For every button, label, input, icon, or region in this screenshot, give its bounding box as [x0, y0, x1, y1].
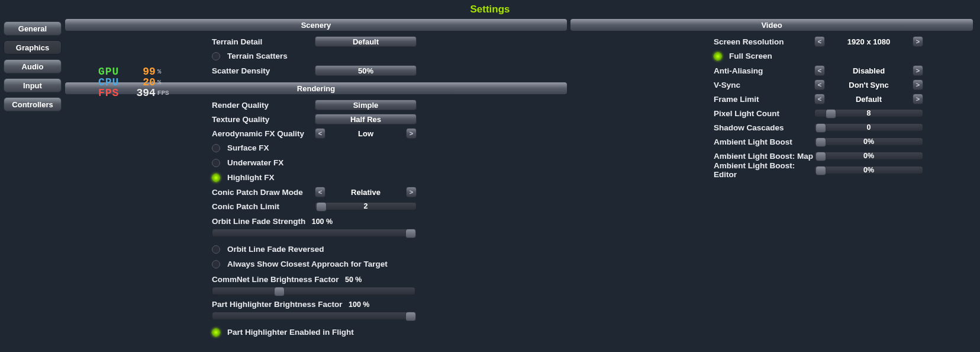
- framelimit-selector: < Default >: [814, 94, 923, 104]
- texture-quality-dropdown[interactable]: Half Res: [315, 114, 417, 124]
- nav-audio[interactable]: Audio: [4, 59, 62, 73]
- pixel-light-slider[interactable]: 8: [814, 109, 923, 117]
- shadow-cascades-label: Shadow Cascades: [714, 123, 814, 132]
- amb-boost-editor-value: 0%: [815, 167, 923, 174]
- part-highlight-slider[interactable]: [212, 312, 415, 320]
- vsync-selector: < Don't Sync >: [814, 79, 923, 90]
- conic-draw-value: Relative: [325, 187, 406, 197]
- nav-graphics[interactable]: Graphics: [4, 40, 62, 55]
- commnet-value: 50 %: [345, 276, 362, 284]
- framelimit-prev[interactable]: <: [814, 94, 825, 104]
- gpu-label: GPU: [98, 66, 123, 77]
- render-quality-label: Render Quality: [212, 101, 315, 110]
- terrain-scatters-toggle[interactable]: [212, 52, 220, 60]
- gpu-value: 99: [130, 66, 156, 77]
- vsync-value: Don't Sync: [825, 79, 913, 90]
- section-rendering: Render Quality Simple Texture Quality Ha…: [65, 98, 567, 344]
- vsync-prev[interactable]: <: [814, 79, 825, 90]
- fps-label: FPS: [98, 88, 123, 98]
- part-highlight-flight-label: Part Highlighter Enabled in Flight: [227, 328, 354, 337]
- conic-draw-label: Conic Patch Draw Mode: [212, 188, 315, 197]
- vsync-next[interactable]: >: [913, 79, 923, 90]
- right-column: Video Screen Resolution < 1920 x 1080 > …: [570, 19, 973, 344]
- cpu-label: CPU: [98, 77, 123, 88]
- cpu-value: 20: [130, 77, 156, 88]
- conic-limit-slider[interactable]: 2: [315, 202, 417, 210]
- orbit-fade-reversed-toggle[interactable]: [212, 245, 220, 254]
- highlight-fx-toggle[interactable]: [212, 174, 220, 182]
- cpu-unit: %: [157, 79, 162, 86]
- page-title: Settings: [0, 0, 980, 19]
- aero-fx-next[interactable]: >: [406, 128, 417, 139]
- surface-fx-toggle[interactable]: [212, 144, 220, 152]
- pixel-light-value: 8: [815, 110, 923, 117]
- scatter-density-label: Scatter Density: [212, 66, 315, 75]
- amb-boost-label: Ambient Light Boost: [714, 137, 814, 146]
- framelimit-value: Default: [825, 94, 913, 104]
- amb-boost-value: 0%: [815, 138, 923, 145]
- highlight-fx-label: Highlight FX: [227, 173, 274, 182]
- orbit-fade-slider[interactable]: [212, 229, 415, 237]
- resolution-next[interactable]: >: [913, 36, 923, 47]
- terrain-scatters-label: Terrain Scatters: [227, 52, 288, 60]
- resolution-label: Screen Resolution: [714, 37, 814, 46]
- fps-unit: FPS: [157, 89, 169, 97]
- scatter-density-value[interactable]: 50%: [315, 65, 417, 76]
- amb-boost-slider[interactable]: 0%: [814, 137, 923, 146]
- aero-fx-label: Aerodynamic FX Quality: [212, 129, 315, 138]
- orbit-fade-label: Orbit Line Fade Strength: [212, 217, 305, 226]
- conic-draw-prev[interactable]: <: [315, 187, 325, 197]
- sidebar: General Graphics Audio Input Controllers: [4, 19, 62, 344]
- texture-quality-label: Texture Quality: [212, 115, 315, 124]
- underwater-fx-toggle[interactable]: [212, 159, 220, 167]
- underwater-fx-label: Underwater FX: [227, 158, 283, 167]
- part-highlight-value: 100 %: [349, 300, 369, 309]
- conic-draw-selector: < Relative >: [315, 187, 417, 197]
- aa-label: Anti-Aliasing: [714, 66, 814, 75]
- framelimit-label: Frame Limit: [714, 95, 814, 104]
- part-highlight-label: Part Highlighter Brightness Factor: [212, 300, 343, 309]
- aa-next[interactable]: >: [913, 65, 923, 76]
- always-show-closest-label: Always Show Closest Approach for Target: [227, 260, 388, 268]
- nav-general[interactable]: General: [4, 21, 62, 36]
- aero-fx-selector: < Low >: [315, 128, 417, 139]
- section-video: Screen Resolution < 1920 x 1080 > Full S…: [570, 34, 973, 182]
- orbit-fade-reversed-label: Orbit Line Fade Reversed: [227, 245, 324, 254]
- aero-fx-prev[interactable]: <: [315, 128, 325, 139]
- gpu-unit: %: [157, 68, 162, 75]
- amb-boost-map-label: Ambient Light Boost: Map: [714, 152, 814, 161]
- fullscreen-label: Full Screen: [729, 52, 772, 60]
- pixel-light-label: Pixel Light Count: [714, 109, 814, 118]
- aa-prev[interactable]: <: [814, 65, 825, 76]
- render-quality-dropdown[interactable]: Simple: [315, 100, 417, 110]
- fullscreen-toggle[interactable]: [714, 52, 722, 60]
- terrain-detail-label: Terrain Detail: [212, 37, 315, 46]
- terrain-detail-dropdown[interactable]: Default: [315, 36, 417, 47]
- orbit-fade-value: 100 %: [312, 217, 333, 226]
- shadow-cascades-value: 0: [815, 124, 923, 131]
- nav-controllers[interactable]: Controllers: [4, 97, 62, 111]
- conic-draw-next[interactable]: >: [406, 187, 417, 197]
- always-show-closest-toggle[interactable]: [212, 260, 220, 268]
- vsync-label: V-Sync: [714, 81, 814, 89]
- conic-limit-value: 2: [315, 203, 416, 210]
- fps-value: 394: [130, 88, 156, 98]
- amb-boost-editor-label: Ambient Light Boost: Editor: [714, 161, 814, 179]
- resolution-value: 1920 x 1080: [825, 36, 913, 47]
- amb-boost-map-slider[interactable]: 0%: [814, 152, 923, 160]
- section-header-scenery: Scenery: [65, 19, 567, 31]
- section-header-video: Video: [570, 19, 973, 31]
- commnet-slider[interactable]: [212, 287, 415, 295]
- amb-boost-map-value: 0%: [815, 152, 923, 159]
- performance-overlay: GPU 99% CPU 20% FPS 394FPS: [98, 66, 169, 98]
- resolution-selector: < 1920 x 1080 >: [814, 36, 923, 47]
- framelimit-next[interactable]: >: [913, 94, 923, 104]
- conic-limit-label: Conic Patch Limit: [212, 202, 315, 211]
- amb-boost-editor-slider[interactable]: 0%: [814, 166, 923, 174]
- shadow-cascades-slider[interactable]: 0: [814, 123, 923, 132]
- aa-value: Disabled: [825, 65, 913, 76]
- part-highlight-flight-toggle[interactable]: [212, 328, 220, 337]
- nav-input[interactable]: Input: [4, 78, 62, 92]
- resolution-prev[interactable]: <: [814, 36, 825, 47]
- surface-fx-label: Surface FX: [227, 143, 269, 152]
